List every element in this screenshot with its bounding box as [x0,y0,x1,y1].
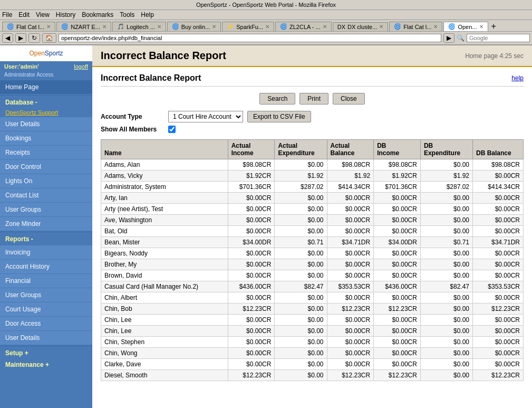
home-button[interactable]: 🏠 [42,33,56,43]
tab-2[interactable]: 🎵 Logitech ... ✕ [112,22,166,31]
close-icon[interactable]: ✕ [212,24,216,30]
cell-value: $0.00 [275,159,327,170]
sidebar-item-user-groups[interactable]: User Groups [0,203,92,216]
menu-file[interactable]: File [2,11,12,18]
cell-value: $0.00CR [228,226,275,237]
tab-1[interactable]: 🌀 NZART E... ✕ [56,22,111,31]
sidebar: OpenSportz User:'admin' logoff Administr… [0,45,92,408]
close-icon[interactable]: ✕ [323,24,327,30]
menu-history[interactable]: History [56,11,75,18]
tab-5[interactable]: 🌀 ZL2CLA - ... ✕ [275,22,332,31]
cell-value: $0.00CR [374,193,421,204]
cell-value: $0.00CR [327,204,374,215]
close-icon[interactable]: ✕ [157,24,161,30]
sidebar-item-contact-list[interactable]: Contact List [0,188,92,202]
tab-8[interactable]: 🌀 Open... ✕ [443,22,488,31]
sidebar-section-reports[interactable]: Reports - [0,233,92,245]
sidebar-item-user-details[interactable]: User Details [0,117,92,131]
search-button[interactable]: Search [259,93,295,105]
sidebar-item-lights-on[interactable]: Lights On [0,174,92,188]
menu-bookmarks[interactable]: Bookmarks [82,11,113,18]
tabs-bar: 🌀 Flat Cat l... ✕ 🌀 NZART E... ✕ 🎵 Logit… [0,20,532,32]
tab-4[interactable]: ⚡ SparkFu... ✕ [222,22,274,31]
cell-value: $287.02 [420,182,472,193]
cell-value: $0.00CR [228,215,275,226]
print-button[interactable]: Print [299,93,328,105]
sidebar-item-user-groups-report[interactable]: User Groups [0,288,92,302]
cell-name: Bean, Mister [101,237,228,248]
close-icon[interactable]: ✕ [265,24,269,30]
sidebar-section-maintenance[interactable]: Maintenance + [0,359,92,371]
sidebar-section-database[interactable]: Database - [0,97,92,108]
cell-name: Ave, Washington [101,215,228,226]
sidebar-item-home-page[interactable]: Home Page [0,80,92,94]
menu-tools[interactable]: Tools [120,11,134,18]
new-tab-button[interactable]: + [491,22,496,31]
tab-6[interactable]: DX DX cluste... ✕ [333,22,389,31]
cell-name: Diesel, Smooth [101,370,228,381]
tab-3[interactable]: 🌀 Buy onlin... ✕ [167,22,221,31]
cell-value: $0.00CR [228,270,275,281]
back-button[interactable]: ◀ [2,33,13,43]
close-icon[interactable]: ✕ [433,24,438,30]
menu-view[interactable]: View [36,11,50,18]
close-button[interactable]: Close [333,93,365,105]
close-icon[interactable]: ✕ [379,24,383,30]
cell-value: $0.00CR [374,359,421,370]
cell-value: $0.00CR [228,292,275,303]
sidebar-item-door-control[interactable]: Door Control [0,160,92,174]
logo-area: OpenSportz [0,45,92,61]
sidebar-item-bookings[interactable]: Bookings [0,131,92,145]
tab-0[interactable]: 🌀 Flat Cat l... ✕ [2,22,55,31]
sidebar-section-setup[interactable]: Setup + [0,347,92,359]
forward-button[interactable]: ▶ [15,33,26,43]
nav-divider-2 [0,232,92,232]
logoff-link[interactable]: logoff [74,63,88,70]
nav-divider [0,95,92,96]
cell-name: Arty, Ian [101,193,228,204]
cell-value: $0.00CR [473,348,524,359]
table-row: Chin, Wong$0.00CR$0.00$0.00CR$0.00CR$0.0… [101,348,524,359]
menu-edit[interactable]: Edit [18,11,30,18]
sidebar-item-zone-minder[interactable]: Zone Minder [0,217,92,231]
cell-value: $0.00CR [374,270,421,281]
close-icon[interactable]: ✕ [102,24,107,30]
tab-7[interactable]: 🌀 Flat Cat l... ✕ [389,22,442,31]
show-all-checkbox[interactable] [168,126,176,133]
menu-help[interactable]: Help [141,11,154,18]
cell-value: $436.00CR [374,281,421,292]
cell-value: $0.00CR [327,259,374,270]
sidebar-item-court-usage[interactable]: Court Usage [0,302,92,316]
go-button[interactable]: ▶ [443,33,454,43]
address-bar[interactable] [59,34,441,42]
sidebar-item-door-access[interactable]: Door Access [0,317,92,330]
sidebar-item-user-details-report[interactable]: User Details [0,331,92,345]
cell-name: Bat, Old [101,226,228,237]
cell-value: $98.08CR [228,159,275,170]
sidebar-item-invoicing[interactable]: Invoicing [0,245,92,259]
sidebar-item-receipts[interactable]: Receipts [0,146,92,159]
cell-value: $0.71 [275,237,327,248]
support-link[interactable]: OpenSportz Support [0,108,92,117]
report-title: Incorrect Balance Report [101,73,201,83]
cell-value: $0.00 [420,193,472,204]
cell-value: $0.00 [275,359,327,370]
help-link[interactable]: help [511,74,524,82]
account-type-label: Account Type [101,113,164,120]
cell-name: Chin, Wong [101,348,228,359]
reload-button[interactable]: ↻ [28,33,40,43]
sidebar-item-account-history[interactable]: Account History [0,260,92,273]
close-icon[interactable]: ✕ [479,24,483,30]
account-type-select[interactable]: 1 Court Hire Account [168,111,243,122]
export-button[interactable]: Export to CSV File [247,111,311,122]
table-row: Ave, Washington$0.00CR$0.00$0.00CR$0.00C… [101,215,524,226]
close-icon[interactable]: ✕ [46,24,51,30]
cell-value: $0.00 [420,315,472,326]
cell-value: $34.00DR [228,237,275,248]
show-all-row: Show All Members [101,126,524,133]
browser-search-input[interactable] [467,34,530,42]
cell-value: $0.00CR [327,292,374,303]
col-header-db-income: DBIncome [374,140,421,159]
sidebar-item-financial[interactable]: Financial [0,274,92,288]
logo: OpenSportz [4,50,88,57]
